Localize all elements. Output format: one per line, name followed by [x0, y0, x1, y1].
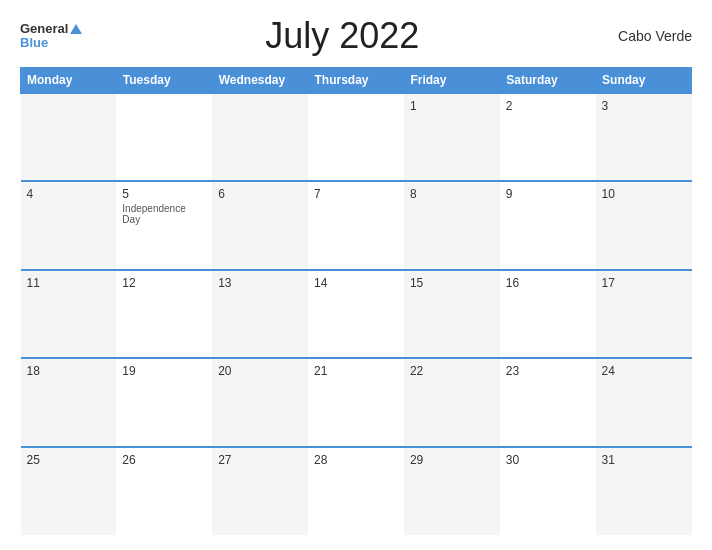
day-number: 10	[602, 187, 686, 201]
day-number: 14	[314, 276, 398, 290]
day-cell-w5-d6: 30	[500, 447, 596, 535]
day-number: 3	[602, 99, 686, 113]
week-row-1: 123	[21, 93, 692, 181]
week-row-5: 25262728293031	[21, 447, 692, 535]
day-number: 26	[122, 453, 206, 467]
logo-triangle-icon	[70, 24, 82, 34]
day-cell-w1-d1	[21, 93, 117, 181]
holiday-label: Independence Day	[122, 203, 206, 225]
day-number: 9	[506, 187, 590, 201]
day-number: 13	[218, 276, 302, 290]
day-number: 19	[122, 364, 206, 378]
day-number: 8	[410, 187, 494, 201]
day-cell-w3-d6: 16	[500, 270, 596, 358]
day-number: 6	[218, 187, 302, 201]
day-number: 1	[410, 99, 494, 113]
day-cell-w5-d7: 31	[596, 447, 692, 535]
day-number: 31	[602, 453, 686, 467]
day-number: 15	[410, 276, 494, 290]
day-cell-w1-d6: 2	[500, 93, 596, 181]
day-cell-w3-d3: 13	[212, 270, 308, 358]
day-cell-w3-d7: 17	[596, 270, 692, 358]
day-cell-w2-d4: 7	[308, 181, 404, 269]
day-number: 16	[506, 276, 590, 290]
header-sunday: Sunday	[596, 68, 692, 94]
day-cell-w1-d5: 1	[404, 93, 500, 181]
calendar-table: Monday Tuesday Wednesday Thursday Friday…	[20, 67, 692, 535]
day-cell-w1-d2	[116, 93, 212, 181]
day-cell-w2-d3: 6	[212, 181, 308, 269]
page: General Blue July 2022 Cabo Verde Monday…	[0, 0, 712, 550]
day-number: 21	[314, 364, 398, 378]
day-number: 7	[314, 187, 398, 201]
day-number: 11	[27, 276, 111, 290]
day-cell-w2-d7: 10	[596, 181, 692, 269]
day-number: 27	[218, 453, 302, 467]
day-number: 17	[602, 276, 686, 290]
week-row-3: 11121314151617	[21, 270, 692, 358]
day-cell-w5-d3: 27	[212, 447, 308, 535]
day-cell-w4-d7: 24	[596, 358, 692, 446]
header-thursday: Thursday	[308, 68, 404, 94]
day-cell-w1-d4	[308, 93, 404, 181]
day-cell-w3-d2: 12	[116, 270, 212, 358]
day-number: 29	[410, 453, 494, 467]
header-saturday: Saturday	[500, 68, 596, 94]
day-number: 24	[602, 364, 686, 378]
week-row-2: 45Independence Day678910	[21, 181, 692, 269]
week-row-4: 18192021222324	[21, 358, 692, 446]
header-monday: Monday	[21, 68, 117, 94]
header-tuesday: Tuesday	[116, 68, 212, 94]
header-friday: Friday	[404, 68, 500, 94]
logo-general-text: General	[20, 22, 68, 36]
day-cell-w3-d1: 11	[21, 270, 117, 358]
day-number: 5	[122, 187, 206, 201]
day-cell-w2-d6: 9	[500, 181, 596, 269]
day-number: 12	[122, 276, 206, 290]
day-header-row: Monday Tuesday Wednesday Thursday Friday…	[21, 68, 692, 94]
day-cell-w2-d1: 4	[21, 181, 117, 269]
day-cell-w4-d6: 23	[500, 358, 596, 446]
calendar-title: July 2022	[82, 15, 602, 57]
header: General Blue July 2022 Cabo Verde	[20, 15, 692, 57]
country-label: Cabo Verde	[602, 28, 692, 44]
day-number: 18	[27, 364, 111, 378]
day-cell-w3-d5: 15	[404, 270, 500, 358]
day-cell-w5-d4: 28	[308, 447, 404, 535]
day-number: 25	[27, 453, 111, 467]
day-number: 23	[506, 364, 590, 378]
day-number: 22	[410, 364, 494, 378]
day-cell-w5-d5: 29	[404, 447, 500, 535]
day-cell-w2-d5: 8	[404, 181, 500, 269]
day-cell-w4-d3: 20	[212, 358, 308, 446]
day-number: 20	[218, 364, 302, 378]
day-cell-w4-d4: 21	[308, 358, 404, 446]
logo-blue-text: Blue	[20, 36, 48, 50]
day-number: 30	[506, 453, 590, 467]
day-number: 28	[314, 453, 398, 467]
day-cell-w4-d2: 19	[116, 358, 212, 446]
day-cell-w1-d7: 3	[596, 93, 692, 181]
header-wednesday: Wednesday	[212, 68, 308, 94]
day-number: 4	[27, 187, 111, 201]
day-cell-w4-d5: 22	[404, 358, 500, 446]
day-cell-w4-d1: 18	[21, 358, 117, 446]
day-cell-w1-d3	[212, 93, 308, 181]
day-cell-w2-d2: 5Independence Day	[116, 181, 212, 269]
logo: General Blue	[20, 22, 82, 51]
day-cell-w5-d1: 25	[21, 447, 117, 535]
day-cell-w3-d4: 14	[308, 270, 404, 358]
day-cell-w5-d2: 26	[116, 447, 212, 535]
day-number: 2	[506, 99, 590, 113]
